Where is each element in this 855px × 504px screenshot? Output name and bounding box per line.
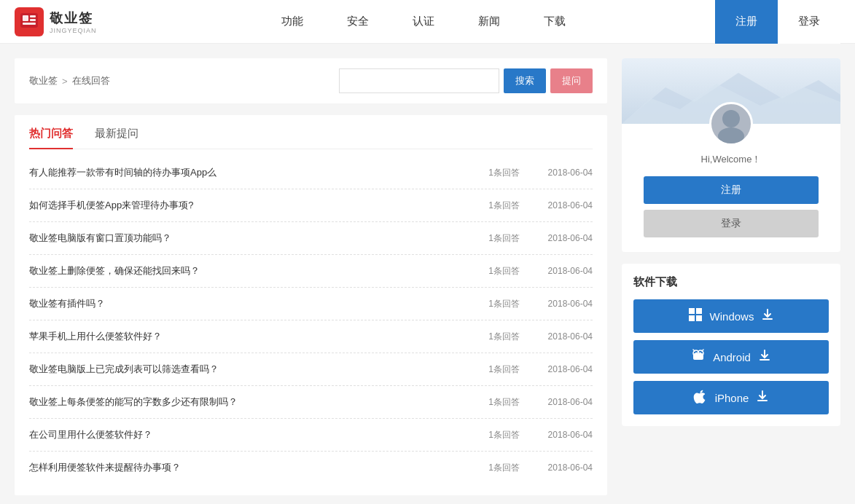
download-windows-button[interactable]: Windows: [633, 299, 829, 333]
qa-item[interactable]: 在公司里用什么便签软件好？ 1条回答 2018-06-04: [29, 419, 593, 452]
search-button[interactable]: 搜索: [504, 68, 546, 93]
qa-title: 敬业签电脑版有窗口置顶功能吗？: [29, 232, 461, 245]
qa-count: 1条回答: [488, 298, 520, 310]
qa-meta: 1条回答 2018-06-04: [461, 298, 593, 310]
qa-item[interactable]: 敬业签电脑版上已完成列表可以筛选查看吗？ 1条回答 2018-06-04: [29, 353, 593, 386]
qa-item[interactable]: 如何选择手机便签App来管理待办事项? 1条回答 2018-06-04: [29, 189, 593, 222]
download-arrow-icon: [758, 349, 771, 365]
qa-count: 1条回答: [488, 331, 520, 343]
nav-actions: 注册 登录: [715, 0, 840, 44]
breadcrumb-separator: >: [62, 76, 68, 87]
tab-latest[interactable]: 最新提问: [95, 127, 138, 149]
logo-title: 敬业签: [50, 9, 97, 27]
qa-date: 2018-06-04: [534, 397, 593, 407]
qa-date: 2018-06-04: [534, 299, 593, 309]
navbar: 敬业签 JINGYEQIAN 功能 安全 认证 新闻 下载 注册 登录: [0, 0, 855, 44]
right-panel: Hi,Welcome！ 注册 登录 软件下载 Windows Android i…: [622, 58, 840, 495]
qa-list: 有人能推荐一款带有时间轴的待办事项App么 1条回答 2018-06-04 如何…: [29, 157, 593, 484]
nav-link-auth[interactable]: 认证: [413, 12, 434, 31]
qa-date: 2018-06-04: [534, 200, 593, 210]
search-input[interactable]: [339, 68, 499, 93]
ask-button[interactable]: 提问: [550, 68, 593, 93]
qa-item[interactable]: 敬业签上删除便签，确保还能找回来吗？ 1条回答 2018-06-04: [29, 255, 593, 288]
download-android-button[interactable]: Android: [633, 340, 829, 374]
qa-item[interactable]: 苹果手机上用什么便签软件好？ 1条回答 2018-06-04: [29, 320, 593, 353]
svg-rect-10: [696, 308, 702, 314]
svg-rect-11: [689, 315, 695, 321]
qa-panel: 热门问答 最新提问 有人能推荐一款带有时间轴的待办事项App么 1条回答 201…: [15, 115, 607, 495]
qa-meta: 1条回答 2018-06-04: [461, 265, 593, 277]
qa-date: 2018-06-04: [534, 331, 593, 342]
qa-count: 1条回答: [488, 265, 520, 277]
qa-date: 2018-06-04: [534, 364, 593, 374]
qa-item[interactable]: 敬业签电脑版有窗口置顶功能吗？ 1条回答 2018-06-04: [29, 222, 593, 255]
qa-item[interactable]: 敬业签有插件吗？ 1条回答 2018-06-04: [29, 288, 593, 320]
qa-title: 敬业签上每条便签的能写的字数多少还有限制吗？: [29, 395, 461, 409]
qa-title: 苹果手机上用什么便签软件好？: [29, 330, 461, 343]
user-card-login-button[interactable]: 登录: [644, 210, 819, 237]
svg-line-18: [693, 350, 695, 351]
breadcrumb-current: 在线回答: [72, 74, 110, 87]
nav-register-button[interactable]: 注册: [715, 0, 778, 44]
svg-rect-4: [23, 23, 36, 25]
qa-date: 2018-06-04: [534, 430, 593, 440]
svg-rect-12: [696, 315, 702, 321]
logo-icon: [15, 7, 44, 36]
breadcrumb: 敬业签 > 在线回答: [29, 74, 110, 87]
qa-date: 2018-06-04: [534, 233, 593, 243]
nav-links: 功能 安全 认证 新闻 下载: [131, 12, 715, 31]
nav-link-news[interactable]: 新闻: [478, 12, 500, 31]
qa-count: 1条回答: [488, 232, 520, 245]
search-area: 搜索 提问: [339, 68, 593, 93]
left-panel: 敬业签 > 在线回答 搜索 提问 热门问答 最新提问 有人能推荐一款带有时间轴的…: [15, 58, 607, 495]
qa-meta: 1条回答 2018-06-04: [461, 200, 593, 212]
qa-date: 2018-06-04: [534, 266, 593, 276]
breadcrumb-home[interactable]: 敬业签: [29, 74, 58, 87]
nav-login-button[interactable]: 登录: [778, 0, 840, 44]
svg-point-17: [700, 352, 701, 353]
qa-count: 1条回答: [488, 462, 520, 474]
qa-title: 怎样利用便签软件来提醒待办事项？: [29, 461, 461, 474]
nav-link-features[interactable]: 功能: [281, 12, 303, 31]
download-arrow-icon: [756, 390, 769, 406]
logo-text: 敬业签 JINGYEQIAN: [50, 9, 97, 34]
svg-point-7: [722, 110, 740, 127]
download-buttons: Windows Android iPhone: [633, 299, 829, 414]
svg-point-8: [718, 127, 744, 143]
qa-date: 2018-06-04: [534, 462, 593, 473]
svg-rect-1: [23, 15, 28, 21]
qa-title: 在公司里用什么便签软件好？: [29, 428, 461, 441]
qa-title: 如何选择手机便签App来管理待办事项?: [29, 199, 461, 212]
download-title: 软件下载: [633, 275, 829, 289]
qa-item[interactable]: 有人能推荐一款带有时间轴的待办事项App么 1条回答 2018-06-04: [29, 157, 593, 189]
user-card-register-button[interactable]: 注册: [644, 176, 819, 204]
qa-meta: 1条回答 2018-06-04: [461, 232, 593, 245]
tab-popular[interactable]: 热门问答: [29, 127, 73, 149]
qa-meta: 1条回答 2018-06-04: [461, 462, 593, 474]
qa-meta: 1条回答 2018-06-04: [461, 363, 593, 376]
qa-date: 2018-06-04: [534, 168, 593, 178]
user-card: Hi,Welcome！ 注册 登录: [622, 58, 840, 252]
download-iphone-button[interactable]: iPhone: [633, 381, 829, 414]
qa-count: 1条回答: [488, 429, 520, 441]
nav-link-security[interactable]: 安全: [347, 12, 369, 31]
qa-count: 1条回答: [488, 200, 520, 212]
svg-line-19: [702, 350, 703, 351]
qa-item[interactable]: 敬业签上每条便签的能写的字数多少还有限制吗？ 1条回答 2018-06-04: [29, 386, 593, 419]
svg-rect-2: [30, 15, 36, 17]
download-label: Windows: [710, 310, 754, 323]
qa-title: 有人能推荐一款带有时间轴的待办事项App么: [29, 166, 461, 179]
top-bar: 敬业签 > 在线回答 搜索 提问: [15, 58, 607, 103]
download-label: iPhone: [715, 392, 749, 404]
qa-title: 敬业签电脑版上已完成列表可以筛选查看吗？: [29, 363, 461, 376]
tabs: 热门问答 最新提问: [29, 127, 593, 149]
svg-point-16: [695, 352, 697, 353]
logo-sub: JINGYEQIAN: [50, 27, 97, 34]
logo-area: 敬业签 JINGYEQIAN: [15, 7, 131, 36]
nav-link-download[interactable]: 下载: [544, 12, 566, 31]
download-section: 软件下载 Windows Android iPhone: [622, 264, 840, 426]
qa-item[interactable]: 怎样利用便签软件来提醒待办事项？ 1条回答 2018-06-04: [29, 452, 593, 484]
qa-meta: 1条回答 2018-06-04: [461, 167, 593, 179]
qa-meta: 1条回答 2018-06-04: [461, 396, 593, 409]
download-platform-icon: [693, 389, 708, 407]
